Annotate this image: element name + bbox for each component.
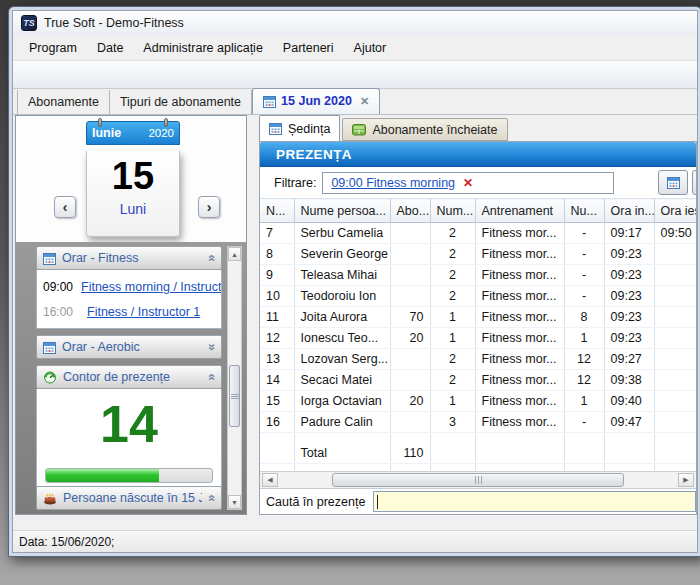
extra-toolbar-button[interactable] [692,170,697,195]
table-cell: 1 [430,391,475,412]
section-title: Orar - Aerobic [62,340,202,354]
table-cell [654,307,696,328]
scrollbar-thumb[interactable] [229,365,240,427]
table-cell [654,433,696,443]
scrollbar-thumb[interactable] [332,473,624,487]
sidebar: Iunie 2020 15 Luni ‹ › [15,115,247,515]
filter-value-link[interactable]: 09:00 Fitness morning [331,176,455,190]
table-row[interactable]: 15Iorga Octavian201Fitness mor...109:40 [260,391,696,412]
window-inner: TS True Soft - Demo-Fitness ProgramDateA… [12,10,698,553]
table-cell: Lozovan Serg... [294,349,390,370]
table-cell: 09:23 [604,286,654,307]
table-cell: 09:47 [604,412,654,433]
schedule-link[interactable]: Fitness / Instructor 1 [87,305,200,319]
table-cell: 09:38 [604,370,654,391]
table-cell [564,464,604,472]
table-cell: Fitness mor... [475,370,564,391]
table-cell [260,433,294,443]
tab-abonamente-i-ncheiate[interactable]: Abonamente încheiate [342,118,507,141]
table-horizontal-scrollbar[interactable]: ◀ ▶ [260,471,696,488]
column-header-abo[interactable]: Abo... [390,199,430,223]
title-bar[interactable]: TS True Soft - Demo-Fitness [13,11,697,35]
section-header-persoane-nascute[interactable]: Persoane născute în 15 Jun « [36,486,222,510]
table-cell [475,433,564,443]
table-viewport: N...Nume persoa...Abo...Num...Antrenamen… [260,198,696,471]
scroll-right-arrow-icon[interactable]: ▶ [678,473,694,487]
column-header-nu[interactable]: Nu... [564,199,604,223]
pin-icon [98,118,102,127]
table-cell: Fitness mor... [475,328,564,349]
search-input[interactable] [373,491,696,512]
tab-tipuri-de-abonamente[interactable]: Tipuri de abonamente [110,90,252,114]
section-title: Orar - Fitness [62,251,202,265]
schedule-item: 16:00Fitness / Instructor 1 [43,299,221,324]
menu-item-date[interactable]: Date [87,38,133,58]
table-cell [654,265,696,286]
table-row[interactable]: 10Teodoroiu Ion2Fitness mor...-09:23 [260,286,696,307]
table-row[interactable]: 7Serbu Camelia2Fitness mor...-09:1709:50 [260,223,696,244]
scroll-up-arrow-icon[interactable]: ▲ [228,247,241,261]
table-row[interactable]: 8Severin George2Fitness mor...-09:23 [260,244,696,265]
tab-s-edint-a[interactable]: Ședința [259,115,340,141]
menu-bar: ProgramDateAdministrare aplicațiePartene… [13,35,697,61]
table-cell [390,464,430,472]
next-day-button[interactable]: › [198,196,220,218]
menu-item-program[interactable]: Program [19,38,87,58]
table-cell [430,464,475,472]
column-header-num[interactable]: Num... [430,199,475,223]
section-header-orar-fitness[interactable]: Orar - Fitness « [36,246,222,270]
table-cell: 2 [430,370,475,391]
table-row[interactable]: 9Teleasa Mihai2Fitness mor...-09:23 [260,265,696,286]
scroll-left-arrow-icon[interactable]: ◀ [262,473,278,487]
table-cell: Fitness mor... [475,223,564,244]
app-icon[interactable]: TS [21,15,37,31]
sidebar-scrollbar[interactable]: ▲ ▼ [227,246,242,510]
table-row[interactable]: 14Secaci Matei2Fitness mor...1209:38 [260,370,696,391]
section-header-orar-aerobic[interactable]: Orar - Aerobic » [36,335,222,359]
table-cell [390,412,430,433]
table-cell: Fitness mor... [475,349,564,370]
table-cell [604,464,654,472]
column-header-n[interactable]: N... [260,199,294,223]
prev-day-button[interactable]: ‹ [54,196,76,218]
menu-item-administrare-aplicat-ie[interactable]: Administrare aplicație [133,38,273,58]
table-cell: Severin George [294,244,390,265]
column-header-ora-ies[interactable]: Ora ies [654,199,696,223]
filter-field[interactable]: 09:00 Fitness morning ✕ [322,172,614,194]
section-header-contor-prezente[interactable]: Contor de prezențe « [36,365,222,389]
scroll-down-arrow-icon[interactable]: ▼ [228,495,241,509]
clear-filter-icon[interactable]: ✕ [463,176,473,190]
tab-abonamente[interactable]: Abonamente [17,90,110,114]
table-cell: 1 [564,391,604,412]
panel-splitter[interactable] [247,115,259,515]
table-cell: 12 [564,349,604,370]
table-cell [654,328,696,349]
table-row[interactable]: 16Padure Calin3Fitness mor...-09:47 [260,412,696,433]
menu-item-parteneri[interactable]: Parteneri [273,38,344,58]
expand-chevron-icon[interactable]: » [206,343,216,350]
collapse-chevron-icon[interactable]: « [206,254,216,261]
table-cell: 20 [390,391,430,412]
table-row[interactable]: 12Ionescu Teo...201Fitness mor...109:23 [260,328,696,349]
table-cell: 14 [260,370,294,391]
total-row: Total110 [260,443,696,464]
table-cell: 9 [260,265,294,286]
panel-title-bar: PREZENȚA [260,142,696,167]
menu-item-ajutor[interactable]: Ajutor [344,38,397,58]
table-row[interactable]: 13Lozovan Serg...2Fitness mor...1209:27 [260,349,696,370]
column-header-nume-persoa[interactable]: Nume persoa... [294,199,390,223]
column-header-antrenament[interactable]: Antrenament [475,199,564,223]
presence-progress-fill [46,469,159,482]
schedule-link[interactable]: Fitness morning / Instructo [81,280,222,294]
table-cell [654,370,696,391]
collapse-chevron-icon[interactable]: « [206,373,216,380]
column-header-ora-in[interactable]: Ora in... [604,199,654,223]
schedule-picker-button[interactable] [658,170,688,195]
calendar-month: Iunie [92,126,121,140]
table-row[interactable]: 11Joita Aurora701Fitness mor...809:23 [260,307,696,328]
collapse-chevron-icon[interactable]: « [206,494,216,501]
calendar-grid-icon [43,341,56,354]
close-tab-icon[interactable]: ✕ [360,95,369,108]
tab-15-jun-2020[interactable]: 15 Jun 2020✕ [252,88,380,114]
table-cell: Serbu Camelia [294,223,390,244]
